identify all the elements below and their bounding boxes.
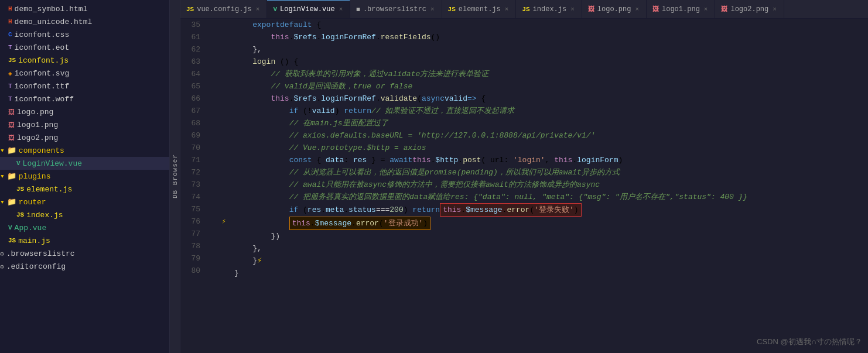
line-number-64: 64: [180, 68, 205, 80]
breakpoint-72[interactable]: [210, 166, 219, 179]
font-icon: T: [8, 44, 12, 51]
breakpoint-64[interactable]: [210, 68, 219, 80]
tab-close-element[interactable]: ×: [504, 5, 510, 13]
sidebar-item--editorconfig[interactable]: ⚙.editorconfig: [0, 260, 169, 273]
breakpoint-68[interactable]: [210, 117, 219, 129]
breakpoint-65[interactable]: [210, 80, 219, 92]
tab-login-view[interactable]: VLoginView.vue×: [267, 0, 350, 18]
file-tree[interactable]: Hdemo_symbol.htmlHdemo_unicode.htmlCicon…: [0, 0, 170, 353]
line-number-75: 75: [180, 203, 205, 215]
arrow-61: [219, 31, 228, 43]
sidebar-label: iconfont.js: [18, 56, 69, 65]
code-line-67: if (!valid) return // 如果验证不通过，直接返回不发起请求: [234, 105, 862, 117]
arrow-74: [219, 191, 228, 203]
arrow-col: ⚡: [219, 19, 228, 353]
tab-logo[interactable]: 🖼logo.png×: [582, 0, 647, 18]
js-icon: JS: [16, 211, 24, 218]
breakpoint-35[interactable]: [210, 19, 219, 31]
breakpoint-74[interactable]: [210, 191, 219, 203]
tab-label-vue-config: vue.config.js: [197, 5, 252, 13]
code-line-64: // 获取到表单的引用对象，通过validate方法来进行表单验证: [234, 68, 862, 80]
sidebar-item-iconfont-ttf[interactable]: Ticonfont.ttf: [0, 80, 169, 92]
breakpoint-80[interactable]: [210, 265, 219, 277]
sidebar-item-LoginView-vue[interactable]: VLoginView.vue: [0, 157, 169, 170]
breakpoint-75[interactable]: [210, 203, 219, 215]
sidebar-item-main-js[interactable]: JSmain.js: [0, 234, 169, 247]
code-line-63: login () {: [234, 56, 862, 68]
breakpoint-69[interactable]: [210, 129, 219, 142]
tab-close-browsers[interactable]: ×: [429, 5, 436, 13]
line-number-80: 80: [180, 265, 205, 277]
sidebar-item-router[interactable]: ▾📁router: [0, 196, 169, 208]
sidebar-item-iconfont-woff[interactable]: Ticonfont.woff: [0, 92, 169, 105]
sidebar-item--browserslistrc[interactable]: ⚙.browserslistrc: [0, 247, 169, 260]
breakpoint-63[interactable]: [210, 56, 219, 68]
sidebar-item-iconfont-svg[interactable]: ◈iconfont.svg: [0, 67, 169, 80]
breakpoint-78[interactable]: [210, 240, 219, 252]
arrow-73: [219, 179, 228, 191]
code-line-72: // 从浏览器上可以看出，他的返回值是promise(pending)，所以我们…: [234, 166, 862, 179]
db-browser-label: DB Browser: [172, 154, 179, 198]
breakpoint-70[interactable]: [210, 142, 219, 154]
code-line-75: if (res.meta.status === 200) return this…: [234, 203, 862, 217]
tab-index-js[interactable]: JSindex.js×: [516, 0, 582, 18]
sidebar-item-element-js[interactable]: JSelement.js: [0, 183, 169, 196]
tab-close-logo[interactable]: ×: [634, 5, 640, 13]
sidebar-label: LoginView.vue: [23, 159, 82, 168]
sidebar-item-index-js[interactable]: JSindex.js: [0, 208, 169, 221]
line-number-69: 69: [180, 129, 205, 142]
tab-close-vue-config[interactable]: ×: [255, 5, 261, 13]
breakpoint-61[interactable]: [210, 31, 219, 43]
config-icon: ⚙: [0, 250, 4, 258]
sidebar-item-logo-png[interactable]: 🖼logo.png: [0, 105, 169, 118]
sidebar-label: demo_symbol.html: [15, 5, 88, 13]
tab-close-login-view[interactable]: ×: [338, 5, 344, 13]
line-number-61: 61: [180, 31, 205, 43]
sidebar-item-iconfont-eot[interactable]: Ticonfont.eot: [0, 41, 169, 54]
sidebar-item-iconfont-css[interactable]: Ciconfont.css: [0, 28, 169, 41]
breakpoint-77[interactable]: [210, 228, 219, 240]
code-line-66: this.$refs.loginFormRef.validate(async v…: [234, 92, 862, 105]
sidebar-label: iconfont.svg: [15, 69, 70, 78]
folder-icon: 📁: [7, 146, 16, 155]
sidebar-item-components[interactable]: ▾📁components: [0, 144, 169, 157]
sidebar-item-logo2-png[interactable]: 🖼logo2.png: [0, 131, 169, 144]
tab-browsers[interactable]: ◼.browserslistrc×: [350, 0, 442, 18]
sidebar-label: router: [19, 198, 46, 207]
tab-close-logo1[interactable]: ×: [703, 5, 709, 13]
sidebar-label: components: [19, 146, 64, 155]
sidebar-item-plugins[interactable]: ▾📁plugins: [0, 170, 169, 183]
breakpoint-76[interactable]: [210, 215, 219, 228]
sidebar-item-iconfont-js[interactable]: JSiconfont.js: [0, 54, 169, 67]
sidebar-item-logo1-png[interactable]: 🖼logo1.png: [0, 118, 169, 131]
breakpoint-71[interactable]: [210, 154, 219, 166]
breakpoint-67[interactable]: [210, 105, 219, 117]
breakpoint-79[interactable]: [210, 252, 219, 265]
line-number-65: 65: [180, 80, 205, 92]
code-line-77: }): [234, 230, 862, 242]
arrow-75: [219, 203, 228, 215]
tab-vue-config[interactable]: JSvue.config.js×: [180, 0, 267, 18]
arrow-65: [219, 80, 228, 92]
arrow-67: [219, 105, 228, 117]
code-line-69: // axios.defaults.baseURL = 'http://127.…: [234, 129, 862, 142]
arrow-62: [219, 43, 228, 56]
breakpoint-62[interactable]: [210, 43, 219, 56]
breakpoint-73[interactable]: [210, 179, 219, 191]
tab-logo2[interactable]: 🖼logo2.png×: [715, 0, 784, 18]
breakpoint-66[interactable]: [210, 92, 219, 105]
sidebar-item-App-vue[interactable]: VApp.vue: [0, 221, 169, 234]
tab-icon-vue-config: JS: [186, 6, 194, 13]
db-browser-tab[interactable]: DB Browser: [170, 0, 180, 353]
tab-close-index-js[interactable]: ×: [569, 5, 576, 13]
tab-logo1[interactable]: 🖼logo1.png×: [647, 0, 715, 18]
code-line-73: // await只能用在被async修饰的方法中，需要把仅接着await的方法修…: [234, 179, 862, 191]
tab-icon-logo1: 🖼: [652, 5, 659, 13]
img-icon: 🖼: [8, 134, 15, 142]
breakpoint-col: [210, 19, 219, 353]
tab-close-logo2[interactable]: ×: [771, 5, 778, 13]
tab-element[interactable]: JSelement.js×: [442, 0, 517, 18]
code-content[interactable]: export default { this.$refs.loginFormRef…: [228, 19, 868, 353]
sidebar-item-demo-unicode-html[interactable]: Hdemo_unicode.html: [0, 15, 169, 28]
sidebar-item-demo-symbol-html[interactable]: Hdemo_symbol.html: [0, 2, 169, 15]
